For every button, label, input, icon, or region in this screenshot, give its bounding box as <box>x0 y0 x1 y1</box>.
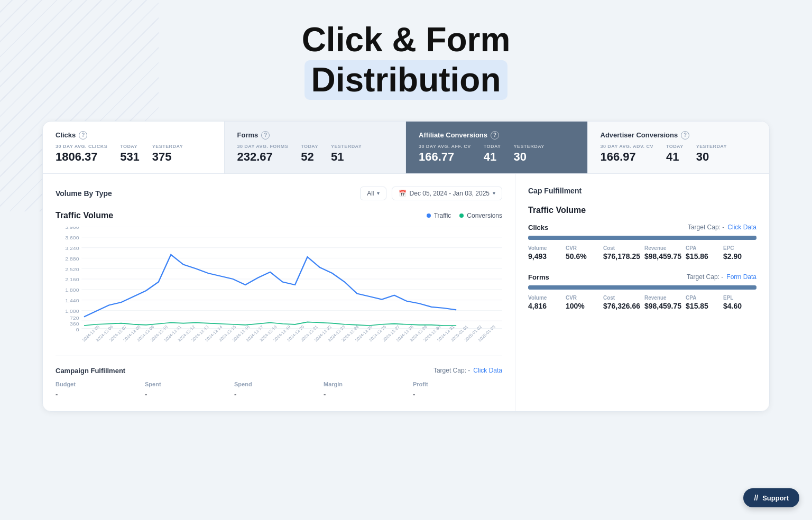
page-title-highlight: Distribution <box>304 60 507 99</box>
val-budget: - <box>56 391 145 398</box>
col-header-budget: Budget <box>56 381 145 387</box>
clicks-progress-fill <box>528 236 756 240</box>
date-range-button[interactable]: 📅 Dec 05, 2024 - Jan 03, 2025 ▾ <box>392 187 502 200</box>
clicks-traffic-item: Clicks Target Cap: - Click Data Volume 9… <box>528 224 756 261</box>
stat-block-advertiser: Advertiser Conversions ? 30 DAY AVG. ADV… <box>588 122 770 173</box>
forms-item-title: Forms <box>528 273 549 281</box>
legend-conversions: Conversions <box>459 212 502 219</box>
type-dropdown[interactable]: All ▾ <box>360 187 386 200</box>
chart-legend: Traffic Conversions <box>427 212 502 219</box>
svg-text:3,600: 3,600 <box>65 235 79 240</box>
stat-block-clicks: Clicks ? 30 DAY AVG. CLICKS 1806.37 TODA… <box>43 122 225 173</box>
page-title: Click & Form Distribution <box>302 21 511 100</box>
conversions-dot <box>459 213 464 218</box>
volume-by-type-title: Volume By Type <box>56 189 112 198</box>
clicks-epc-stat: EPC $2.90 <box>723 245 756 261</box>
forms-traffic-item: Forms Target Cap: - Form Data Volume 4,8… <box>528 273 756 310</box>
forms-cost-stat: Cost $76,326.66 <box>603 295 640 310</box>
campaign-target-cap: Target Cap: - Click Data <box>433 367 502 374</box>
val-profit: - <box>413 391 502 398</box>
forms-cvr-stat: CVR 100% <box>566 295 599 310</box>
col-header-margin: Margin <box>324 381 413 387</box>
clicks-cost-stat: Cost $76,178.25 <box>603 245 640 261</box>
calendar-icon: 📅 <box>399 190 407 197</box>
svg-text:1,800: 1,800 <box>65 287 79 293</box>
svg-text:3,960: 3,960 <box>65 227 79 230</box>
advertiser-info-icon[interactable]: ? <box>681 131 689 140</box>
clicks-cvr-stat: CVR 50.6% <box>566 245 599 261</box>
stat-block-affiliate: Affiliate Conversions ? 30 DAY AVG. AFF.… <box>406 122 588 173</box>
traffic-chart-svg: 3,960 3,600 3,240 2,880 2,520 2,160 1,80… <box>56 227 502 343</box>
body-section: Volume By Type All ▾ 📅 Dec 05, 2024 - Ja… <box>43 174 769 411</box>
svg-text:2,520: 2,520 <box>65 266 79 272</box>
forms-target-cap-info: Target Cap: - Form Data <box>687 273 756 281</box>
svg-text:1,080: 1,080 <box>65 308 79 314</box>
clicks-item-title: Clicks <box>528 224 548 231</box>
clicks-cpa-stat: CPA $15.86 <box>686 245 719 261</box>
forms-cpa-stat: CPA $15.85 <box>686 295 719 310</box>
clicks-progress-bar <box>528 236 756 240</box>
form-data-link[interactable]: Form Data <box>726 273 756 281</box>
chart-section: Traffic Volume Traffic Conversions <box>56 211 502 343</box>
cap-fulfillment-title: Cap Fulfillment <box>528 187 756 195</box>
svg-text:3,240: 3,240 <box>65 245 79 251</box>
val-spent: - <box>145 391 234 398</box>
svg-text:2,880: 2,880 <box>65 256 79 262</box>
support-button[interactable]: // Support <box>743 488 799 507</box>
campaign-table-headers: Budget Spent Spend Margin Profit <box>56 381 502 387</box>
clicks-item-header: Clicks Target Cap: - Click Data <box>528 224 756 231</box>
svg-text:0: 0 <box>76 327 79 332</box>
forms-epl-stat: EPL $4.60 <box>723 295 756 310</box>
svg-text:360: 360 <box>70 321 79 327</box>
left-panel: Volume By Type All ▾ 📅 Dec 05, 2024 - Ja… <box>43 174 515 411</box>
traffic-dot <box>427 213 431 218</box>
campaign-header: Campaign Fulfillment Target Cap: - Click… <box>56 367 502 375</box>
main-card: Clicks ? 30 DAY AVG. CLICKS 1806.37 TODA… <box>42 121 770 412</box>
clicks-volume-stat: Volume 9,493 <box>528 245 561 261</box>
svg-text:2,160: 2,160 <box>65 276 79 282</box>
clicks-info-icon[interactable]: ? <box>79 131 87 140</box>
stats-header: Clicks ? 30 DAY AVG. CLICKS 1806.37 TODA… <box>43 122 769 174</box>
col-header-profit: Profit <box>413 381 502 387</box>
col-header-spend: Spend <box>234 381 324 387</box>
page-title-section: Click & Form Distribution <box>42 21 770 100</box>
val-margin: - <box>324 391 413 398</box>
clicks-data-link[interactable]: Click Data <box>727 224 756 231</box>
header-controls: All ▾ 📅 Dec 05, 2024 - Jan 03, 2025 ▾ <box>360 187 502 200</box>
svg-text:720: 720 <box>70 315 79 321</box>
forms-progress-bar <box>528 285 756 290</box>
forms-stats-grid: Volume 4,816 CVR 100% Cost $76,326.66 <box>528 295 756 310</box>
campaign-fulfillment-section: Campaign Fulfillment Target Cap: - Click… <box>56 356 502 398</box>
chevron-down-date-icon: ▾ <box>493 190 495 196</box>
stat-block-forms: Forms ? 30 DAY AVG. FORMS 232.67 TODAY 5… <box>225 122 407 173</box>
right-traffic-volume-title: Traffic Volume <box>528 206 756 215</box>
col-header-spent: Spent <box>145 381 234 387</box>
forms-info-icon[interactable]: ? <box>261 131 270 140</box>
forms-volume-stat: Volume 4,816 <box>528 295 561 310</box>
campaign-click-data-link[interactable]: Click Data <box>473 367 502 374</box>
forms-progress-fill <box>528 285 756 290</box>
right-panel: Cap Fulfillment Traffic Volume Clicks Ta… <box>515 174 769 411</box>
campaign-title: Campaign Fulfillment <box>56 367 125 375</box>
volume-by-type-header: Volume By Type All ▾ 📅 Dec 05, 2024 - Ja… <box>56 187 502 200</box>
support-label: Support <box>762 494 789 502</box>
chart-title: Traffic Volume <box>56 211 113 220</box>
clicks-stats-grid: Volume 9,493 CVR 50.6% Cost $76,178.25 <box>528 245 756 261</box>
chart-area: 3,960 3,600 3,240 2,880 2,520 2,160 1,80… <box>56 227 502 343</box>
campaign-table-values: - - - - - <box>56 391 502 398</box>
clicks-target-cap-info: Target Cap: - Click Data <box>688 224 756 231</box>
affiliate-info-icon[interactable]: ? <box>491 131 499 140</box>
legend-traffic: Traffic <box>427 212 451 219</box>
val-spend: - <box>234 391 324 398</box>
support-icon: // <box>754 494 758 502</box>
chevron-down-icon: ▾ <box>377 190 380 196</box>
clicks-revenue-stat: Revenue $98,459.75 <box>644 245 681 261</box>
forms-revenue-stat: Revenue $98,459.75 <box>644 295 681 310</box>
forms-item-header: Forms Target Cap: - Form Data <box>528 273 756 281</box>
svg-text:1,440: 1,440 <box>65 298 79 303</box>
